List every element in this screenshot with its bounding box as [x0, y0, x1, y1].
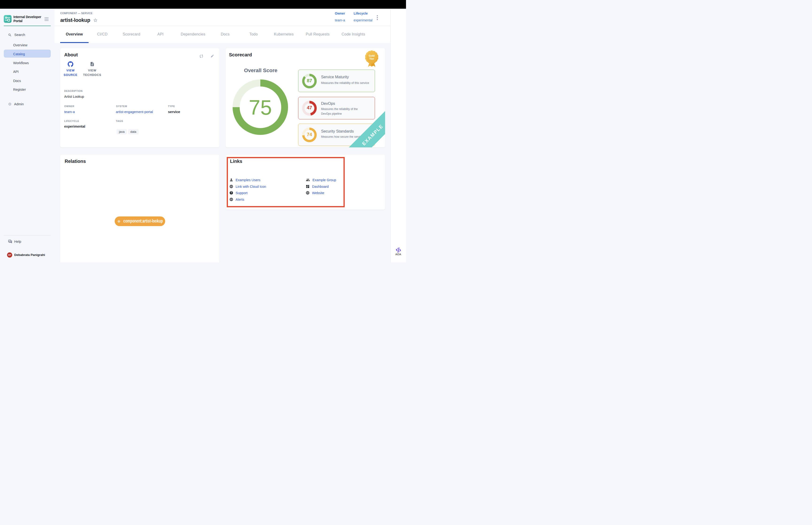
- svg-text:Gold: Gold: [369, 54, 374, 57]
- svg-text:?: ?: [9, 240, 10, 241]
- svg-text:Tier: Tier: [369, 57, 374, 60]
